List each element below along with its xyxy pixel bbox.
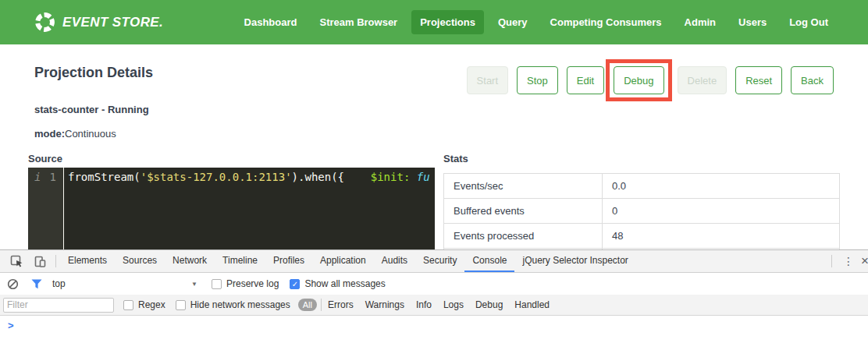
projection-details-page: Projection Details Start Stop Edit Debug… [0, 44, 868, 249]
hide-network-messages-checkbox[interactable]: Hide network messages [176, 299, 290, 310]
devtools-tab-audits[interactable]: Audits [374, 250, 415, 272]
nav-item-users[interactable]: Users [730, 10, 775, 34]
filter-funnel-icon[interactable] [31, 279, 42, 289]
start-button: Start [467, 66, 508, 94]
stat-value: 48 [603, 224, 840, 249]
devtools-tab-console[interactable]: Console [464, 250, 514, 272]
stats-row: Events/sec 0.0 [444, 174, 840, 199]
stop-button[interactable]: Stop [517, 66, 558, 94]
devtools-tab-security[interactable]: Security [415, 250, 464, 272]
console-prompt-icon: > [8, 320, 14, 331]
code-gap [344, 171, 371, 183]
log-level-warnings[interactable]: Warnings [365, 299, 404, 310]
code-line[interactable]: fromStream('$stats-127.0.0.1:2113').when… [63, 168, 435, 249]
devtools-close-icon[interactable]: × [861, 250, 868, 272]
projection-mode: mode:Continuous [34, 128, 116, 140]
code-space [410, 171, 416, 183]
stats-table: Events/sec 0.0 Buffered events 0 Events … [443, 173, 840, 249]
debug-button[interactable]: Debug [614, 66, 663, 94]
back-button[interactable]: Back [791, 66, 834, 94]
devtools-window-controls: ⋮ × [827, 250, 868, 272]
checkbox-unchecked-icon [123, 300, 133, 310]
edit-button[interactable]: Edit [567, 66, 604, 94]
console-toolbar: top ▼ Preserve log Show all messages [0, 273, 868, 295]
context-value: top [52, 278, 66, 289]
nav-item-dashboard[interactable]: Dashboard [236, 10, 306, 34]
controls-separator [831, 255, 832, 267]
checkbox-unchecked-icon [212, 279, 222, 289]
devtools-tab-jquery-selector-inspector[interactable]: jQuery Selector Inspector [514, 250, 635, 272]
checkbox-checked-icon [290, 279, 300, 289]
stats-section-label: Stats [443, 153, 468, 164]
device-toolbar-icon[interactable] [29, 250, 52, 272]
log-level-debug[interactable]: Debug [475, 299, 503, 310]
nav-item-query[interactable]: Query [489, 10, 536, 34]
nav-item-stream-browser[interactable]: Stream Browser [311, 10, 406, 34]
hide-network-messages-label: Hide network messages [190, 299, 290, 310]
log-level-errors[interactable]: Errors [328, 299, 354, 310]
log-level-logs[interactable]: Logs [443, 299, 464, 310]
levels-separator [321, 299, 322, 311]
devtools-tab-profiles[interactable]: Profiles [265, 250, 312, 272]
stats-row: Events processed 48 [444, 224, 840, 249]
stat-name: Buffered events [444, 199, 603, 224]
event-store-ring-icon [34, 12, 55, 33]
devtools-tab-network[interactable]: Network [165, 250, 215, 272]
filter-input[interactable] [3, 298, 114, 313]
delete-button: Delete [678, 66, 727, 94]
code-fn: fromStream( [68, 171, 141, 183]
app-header: EVENT STORE. Dashboard Stream Browser Pr… [0, 0, 868, 44]
log-level-handled[interactable]: Handled [514, 299, 550, 310]
console-filterbar: Regex Hide network messages All Errors W… [0, 295, 868, 316]
preserve-log-checkbox[interactable]: Preserve log [212, 278, 279, 289]
execution-context-selector[interactable]: top ▼ [52, 278, 197, 289]
log-level-filters: Errors Warnings Info Logs Debug Handled [328, 299, 550, 310]
log-level-info[interactable]: Info [416, 299, 432, 310]
brand-name: EVENT STORE. [62, 15, 163, 30]
nav-item-projections[interactable]: Projections [411, 10, 484, 34]
event-store-logo[interactable]: EVENT STORE. [34, 12, 163, 33]
devtools-tab-timeline[interactable]: Timeline [215, 250, 265, 272]
code-keyword: fu [417, 171, 430, 183]
nav-item-admin[interactable]: Admin [676, 10, 724, 34]
devtools-tab-elements[interactable]: Elements [60, 250, 115, 272]
editor-gutter: i 1 [28, 168, 63, 249]
projection-status: stats-counter - Running [34, 104, 149, 115]
stat-value: 0.0 [603, 174, 840, 199]
main-nav: Dashboard Stream Browser Projections Que… [236, 10, 837, 34]
debug-highlight-box: Debug [606, 59, 671, 101]
devtools-menu-icon[interactable]: ⋮ [836, 250, 861, 272]
page-title: Projection Details [34, 65, 153, 81]
source-section-label: Source [28, 153, 62, 164]
source-code-editor[interactable]: i 1 fromStream('$stats-127.0.0.1:2113').… [28, 168, 435, 249]
code-chain: ).when({ [292, 171, 344, 183]
nav-item-competing-consumers[interactable]: Competing Consumers [542, 10, 671, 34]
stats-row: Buffered events 0 [444, 199, 840, 224]
log-level-all[interactable]: All [298, 299, 317, 311]
devtools-tab-sources[interactable]: Sources [115, 250, 165, 272]
toolbar-separator [55, 255, 56, 267]
chevron-down-icon: ▼ [191, 281, 197, 288]
action-buttons: Start Stop Edit Debug Delete Reset Back [458, 59, 834, 101]
line-number: 1 [50, 169, 56, 249]
inspect-element-icon[interactable] [5, 250, 29, 272]
clear-console-icon[interactable] [7, 278, 19, 290]
code-init-key: $init: [371, 171, 411, 183]
show-all-messages-label: Show all messages [304, 278, 385, 289]
devtools-panel: Elements Sources Network Timeline Profil… [0, 249, 868, 343]
show-all-messages-checkbox[interactable]: Show all messages [290, 278, 385, 289]
nav-item-log-out[interactable]: Log Out [781, 10, 837, 34]
stat-name: Events/sec [444, 174, 603, 199]
regex-label: Regex [138, 299, 165, 310]
preserve-log-label: Preserve log [226, 278, 279, 289]
code-string: '$stats-127.0.0.1:2113' [141, 171, 292, 183]
devtools-tab-application[interactable]: Application [312, 250, 374, 272]
checkbox-unchecked-icon [176, 300, 186, 310]
console-input-line[interactable]: > [0, 316, 868, 343]
stat-name: Events processed [444, 224, 603, 249]
regex-checkbox[interactable]: Regex [123, 299, 165, 310]
reset-button[interactable]: Reset [735, 66, 782, 94]
mode-value: Continuous [65, 128, 116, 140]
mode-label: mode: [34, 128, 65, 140]
stat-value: 0 [603, 199, 840, 224]
